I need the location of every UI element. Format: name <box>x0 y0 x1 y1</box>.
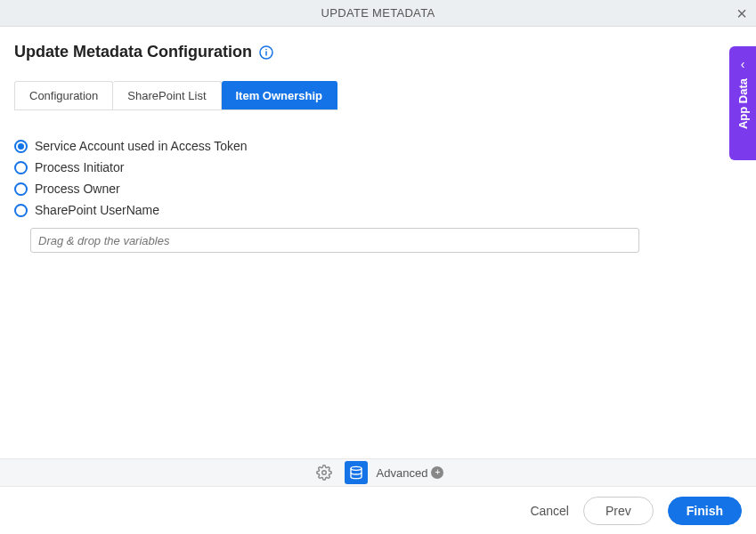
finish-button[interactable]: Finish <box>668 497 742 525</box>
option-label[interactable]: SharePoint UserName <box>35 203 159 217</box>
advanced-label: Advanced <box>377 466 428 480</box>
footer: Cancel Prev Finish <box>0 487 756 534</box>
info-icon[interactable] <box>259 45 273 60</box>
cancel-button[interactable]: Cancel <box>530 504 569 518</box>
dialog-header: UPDATE METADATA × <box>0 0 756 27</box>
page-title-row: Update Metadata Configuration <box>14 43 742 61</box>
radio-process-owner[interactable] <box>14 182 28 196</box>
main-content: Update Metadata Configuration Configurat… <box>0 27 756 269</box>
svg-point-2 <box>265 48 267 50</box>
option-label[interactable]: Process Initiator <box>35 160 124 174</box>
variable-input[interactable] <box>30 228 639 253</box>
advanced-button[interactable]: Advanced + <box>377 466 444 480</box>
dialog-title: UPDATE METADATA <box>321 6 435 20</box>
database-button[interactable] <box>345 461 368 484</box>
tabs: Configuration SharePoint List Item Owner… <box>14 81 337 110</box>
option-label[interactable]: Service Account used in Access Token <box>35 139 248 153</box>
option-process-owner: Process Owner <box>14 182 742 196</box>
plus-icon: + <box>431 466 443 479</box>
side-panel-label: App Data <box>736 78 750 129</box>
gear-icon <box>316 465 332 481</box>
prev-button[interactable]: Prev <box>583 497 654 525</box>
tab-sharepoint-list[interactable]: SharePoint List <box>113 81 221 109</box>
option-label[interactable]: Process Owner <box>35 182 120 196</box>
close-button[interactable]: × <box>736 4 747 22</box>
svg-point-3 <box>321 471 326 475</box>
toolbar-strip: Advanced + <box>0 458 756 487</box>
radio-service-account[interactable] <box>14 140 28 153</box>
radio-process-initiator[interactable] <box>14 161 28 174</box>
tab-item-ownership[interactable]: Item Ownership <box>222 81 338 109</box>
settings-button[interactable] <box>313 461 336 484</box>
chevron-left-icon: ‹ <box>741 57 745 71</box>
option-sharepoint-username: SharePoint UserName <box>14 203 742 217</box>
ownership-options: Service Account used in Access Token Pro… <box>14 139 742 253</box>
page-title: Update Metadata Configuration <box>14 43 252 61</box>
radio-sharepoint-username[interactable] <box>14 204 28 217</box>
option-process-initiator: Process Initiator <box>14 160 742 174</box>
close-icon: × <box>736 4 747 23</box>
svg-point-4 <box>351 466 362 470</box>
database-icon <box>349 465 363 480</box>
option-service-account: Service Account used in Access Token <box>14 139 742 153</box>
tab-configuration[interactable]: Configuration <box>14 81 113 109</box>
side-panel-app-data[interactable]: ‹ App Data <box>729 46 756 160</box>
